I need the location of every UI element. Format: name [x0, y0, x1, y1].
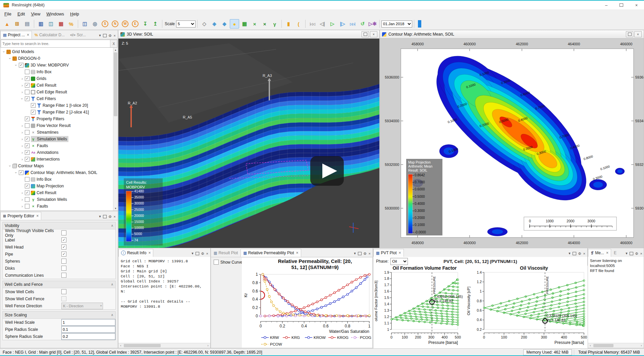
- play-icon[interactable]: ▷: [328, 19, 337, 29]
- menu-edit[interactable]: Edit: [14, 10, 28, 17]
- import-case-icon[interactable]: ⊞: [12, 19, 22, 29]
- zoom-all-icon[interactable]: ◎: [90, 19, 100, 29]
- view-west-icon[interactable]: W: [120, 19, 130, 29]
- text-field[interactable]: [61, 326, 115, 333]
- show-grid-box-icon[interactable]: ◇: [200, 19, 209, 29]
- collapse-icon[interactable]: ∧: [111, 281, 113, 288]
- split-view-icon[interactable]: ◫: [80, 19, 90, 29]
- float-icon[interactable]: [103, 34, 107, 37]
- measure-polyline-icon[interactable]: (: [294, 19, 303, 29]
- scroll-down-icon[interactable]: ▾: [113, 206, 118, 211]
- show-curve-selection-checkbox[interactable]: [214, 260, 219, 265]
- pin-icon[interactable]: Φ: [635, 252, 638, 256]
- legend-krog[interactable]: KROG: [337, 336, 348, 340]
- close-icon[interactable]: ×: [27, 33, 29, 37]
- play-settings-icon[interactable]: ▷✱: [368, 19, 377, 29]
- tree-item-property-filters[interactable]: ✓Property Filters: [0, 116, 113, 122]
- expander-icon[interactable]: ›: [20, 204, 24, 208]
- pvt-chart[interactable]: Oil Formation Volume Factorolume Factor …: [373, 266, 588, 349]
- checkbox[interactable]: ✓: [19, 170, 23, 175]
- tree-item-streamlines[interactable]: ›×Streamlines: [0, 129, 113, 136]
- close-icon[interactable]: ×: [640, 252, 642, 256]
- tree-item-range-filter-1-i-slice-20-[interactable]: ✓Range Filter 1 [I-slice 20]: [0, 102, 113, 109]
- app-home-icon[interactable]: ▲: [2, 19, 12, 29]
- tree-item-cell-result[interactable]: ›✓Cell Result: [0, 189, 113, 196]
- checkbox[interactable]: ✓: [25, 96, 30, 101]
- pin-icon[interactable]: Φ: [109, 215, 112, 219]
- text-field[interactable]: [61, 319, 115, 326]
- pin-icon[interactable]: Φ: [201, 252, 204, 256]
- menu-windows[interactable]: Windows: [43, 10, 67, 17]
- float-icon[interactable]: [573, 252, 576, 255]
- pin-icon[interactable]: Φ: [109, 34, 112, 38]
- step-first-icon[interactable]: |◁◁: [308, 19, 317, 29]
- 3d-viewport[interactable]: R_A3R_A2R_A5Z: 5Cell Results:MOBPORV4148…: [118, 39, 379, 248]
- checkbox[interactable]: [61, 296, 66, 301]
- checkbox[interactable]: [61, 273, 66, 278]
- menu-view[interactable]: View: [28, 10, 43, 17]
- checkbox[interactable]: ✓: [25, 150, 30, 155]
- show-grid-surface-icon[interactable]: ◆: [220, 19, 229, 29]
- horizontal-scrollbar[interactable]: ‹ ›: [118, 343, 210, 348]
- scale-select[interactable]: 5: [176, 20, 196, 28]
- snapshot-to-file-icon[interactable]: ↧: [141, 19, 150, 29]
- tab-project-[interactable]: ▤Project ...×: [0, 31, 32, 39]
- tree-item-grids[interactable]: ›✓Grids: [0, 75, 113, 82]
- tree-item-intersections[interactable]: ›✓Intersections: [0, 156, 113, 163]
- step-last-icon[interactable]: ▷▷|: [348, 19, 357, 29]
- dock-menu-icon[interactable]: ▾: [569, 251, 571, 256]
- legend-krw[interactable]: KRW: [270, 336, 279, 340]
- menu-help[interactable]: Help: [67, 10, 82, 17]
- tree-item-simulation-wells[interactable]: ›γSimulation Wells: [0, 196, 113, 203]
- checkbox[interactable]: ✓: [61, 252, 66, 257]
- phase-select[interactable]: Oil: [390, 258, 408, 265]
- expander-icon[interactable]: ›: [20, 77, 24, 81]
- search-input[interactable]: [1, 41, 110, 46]
- timestep-select[interactable]: 01.Jan 2018: [381, 20, 412, 28]
- dock-menu-icon[interactable]: ▾: [354, 251, 356, 256]
- relperm-chart[interactable]: Relative Permeability, Cell: [20,51, 12]…: [242, 258, 372, 348]
- checkbox[interactable]: ✓: [61, 237, 66, 242]
- legend-krg[interactable]: KRG: [291, 336, 300, 340]
- legend-pcog[interactable]: PCOG: [360, 336, 371, 340]
- tab-messages[interactable]: ❡ Me...×: [588, 249, 611, 257]
- scrollbar-thumb[interactable]: [124, 344, 161, 347]
- scrollbar-thumb[interactable]: [593, 344, 613, 347]
- checkbox[interactable]: [61, 259, 66, 264]
- expander-icon[interactable]: ›: [2, 49, 6, 54]
- expander-icon[interactable]: ›: [20, 96, 24, 101]
- loop-icon[interactable]: ↺: [358, 19, 367, 29]
- legend-pcow[interactable]: PCOW: [270, 342, 282, 346]
- dock-menu-icon[interactable]: ▾: [99, 214, 101, 219]
- checkbox[interactable]: ✓: [19, 63, 23, 68]
- tree-item-faults[interactable]: ›×Faults: [0, 203, 113, 210]
- checkbox[interactable]: ✓: [61, 244, 66, 250]
- tree-item-contour-map-arithmetic-mean-soil[interactable]: ›✓Contour Map: Arithmetic Mean, SOIL: [0, 169, 113, 176]
- close-icon[interactable]: ×: [114, 34, 116, 38]
- expander-icon[interactable]: ›: [20, 191, 24, 195]
- close-icon[interactable]: ×: [206, 252, 208, 256]
- collapse-icon[interactable]: ∧: [111, 222, 113, 229]
- collapse-icon[interactable]: ∧: [111, 312, 113, 318]
- horizontal-scrollbar[interactable]: ‹ ›: [588, 343, 644, 348]
- expander-icon[interactable]: ›: [20, 157, 24, 161]
- tree-item-grid-models[interactable]: ›Grid Models: [0, 48, 113, 55]
- expander-icon[interactable]: ›: [20, 197, 24, 202]
- light-bulb-icon[interactable]: ●: [230, 19, 239, 29]
- tree-item-map-projection[interactable]: ✓Map Projection: [0, 183, 113, 189]
- dropdown[interactable]: K - Direction▾: [61, 303, 103, 309]
- close-button[interactable]: ×: [629, 1, 644, 9]
- measure-icon[interactable]: ▮: [284, 19, 293, 29]
- show-grid-cells-icon[interactable]: ◈: [210, 19, 219, 29]
- expander-icon[interactable]: ›: [14, 63, 18, 68]
- tree-item-flow-vector-result[interactable]: ›Flow Vector Result: [0, 122, 113, 129]
- expander-icon[interactable]: ›: [20, 144, 24, 148]
- minimize-button[interactable]: –: [599, 1, 614, 9]
- close-icon[interactable]: ×: [148, 251, 151, 255]
- expander-icon[interactable]: ›: [20, 83, 24, 87]
- checkbox[interactable]: [25, 177, 30, 182]
- tab-calculator-d-[interactable]: %Calculator D...: [32, 31, 67, 39]
- expander-icon[interactable]: ›: [8, 56, 12, 61]
- expander-icon[interactable]: ›: [20, 90, 24, 94]
- close-icon[interactable]: ×: [296, 251, 299, 255]
